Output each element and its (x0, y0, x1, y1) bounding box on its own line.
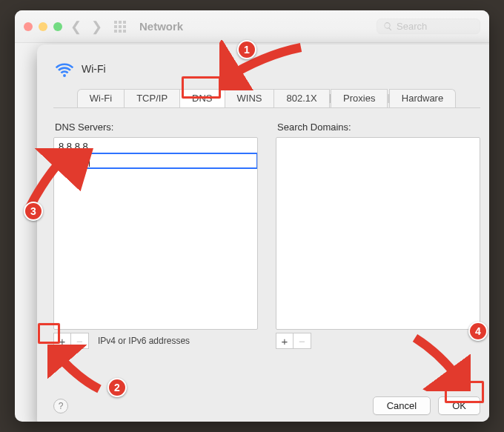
help-button[interactable]: ? (53, 399, 68, 413)
dns-entry-text: 8.8.4.4 (59, 155, 88, 166)
tab-bar: Wi-Fi TCP/IP DNS WINS 802.1X | Proxies |… (53, 89, 480, 108)
dns-hint: IPv4 or IPv6 addresses (98, 336, 190, 346)
connection-name: Wi-Fi (82, 63, 106, 75)
search-domains-footer: + − (276, 333, 480, 349)
text-caret-icon (89, 156, 90, 167)
tab-dns[interactable]: DNS (179, 89, 225, 107)
add-domain-button[interactable]: + (276, 333, 294, 349)
tab-8021x[interactable]: 802.1X (273, 89, 329, 107)
tab-proxies[interactable]: Proxies (331, 89, 388, 107)
tab-hardware[interactable]: Hardware (389, 89, 456, 107)
sysprefs-window: ❮ ❯ Network Search Wi-Fi Wi-Fi TCP/IP DN… (15, 10, 489, 422)
dns-servers-list[interactable]: 8.8.8.8 8.8.4.4 (53, 137, 258, 330)
dns-entry[interactable]: 8.8.8.8 (54, 139, 257, 153)
dns-columns: DNS Servers: 8.8.8.8 8.8.4.4 + − IPv4 or… (53, 119, 480, 349)
tab-wins[interactable]: WINS (225, 89, 275, 107)
search-domains-label: Search Domains: (277, 122, 480, 133)
add-dns-button[interactable]: + (53, 333, 71, 349)
dns-servers-label: DNS Servers: (55, 122, 258, 133)
remove-dns-button[interactable]: − (71, 333, 89, 349)
ok-button[interactable]: OK (438, 396, 480, 415)
remove-domain-button[interactable]: − (294, 333, 311, 349)
cancel-button[interactable]: Cancel (373, 396, 431, 415)
wifi-icon (55, 59, 74, 79)
sheet-footer: ? Cancel OK (37, 388, 489, 422)
tab-tcpip[interactable]: TCP/IP (124, 89, 180, 107)
dns-servers-column: DNS Servers: 8.8.8.8 8.8.4.4 + − IPv4 or… (53, 119, 258, 349)
dns-list-footer: + − IPv4 or IPv6 addresses (53, 333, 258, 349)
sheet-header: Wi-Fi (53, 56, 480, 89)
tab-wifi[interactable]: Wi-Fi (77, 89, 125, 107)
search-domains-list[interactable] (276, 137, 480, 330)
search-domains-column: Search Domains: + − (276, 119, 480, 349)
network-advanced-sheet: Wi-Fi Wi-Fi TCP/IP DNS WINS 802.1X | Pro… (37, 44, 489, 422)
dns-entry-editing[interactable]: 8.8.4.4 (54, 153, 257, 168)
